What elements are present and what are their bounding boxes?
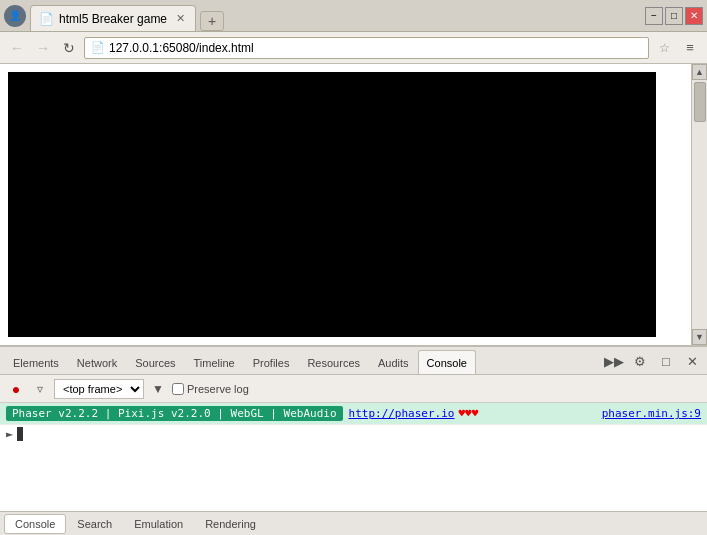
console-entry-phaser: Phaser v2.2.2 | Pixi.js v2.2.0 | WebGL |… (0, 403, 707, 425)
back-button[interactable]: ← (6, 37, 28, 59)
devtools-tab-timeline[interactable]: Timeline (185, 350, 244, 374)
clear-icon: ● (12, 381, 20, 397)
devtools-tab-timeline-label: Timeline (194, 357, 235, 369)
close-devtools-button[interactable]: ✕ (681, 350, 703, 372)
frame-selector[interactable]: <top frame> (54, 379, 144, 399)
bottom-tab-emulation[interactable]: Emulation (123, 514, 194, 534)
devtools-tab-elements[interactable]: Elements (4, 350, 68, 374)
phaser-badge: Phaser v2.2.2 | Pixi.js v2.2.0 | WebGL |… (6, 406, 343, 421)
clear-console-button[interactable]: ● (6, 379, 26, 399)
forward-button[interactable]: → (32, 37, 54, 59)
bottom-tab-console-label: Console (15, 518, 55, 530)
address-input[interactable]: 📄 127.0.0.1:65080/index.html (84, 37, 649, 59)
devtools-tab-network-label: Network (77, 357, 117, 369)
devtools-tab-console-label: Console (427, 357, 467, 369)
game-canvas (8, 72, 656, 337)
prompt-arrow-icon: ► (6, 427, 13, 441)
viewport-wrapper: ▲ ▼ (0, 64, 707, 345)
dropdown-arrow-icon: ▼ (152, 382, 164, 396)
bookmark-icon: ☆ (659, 41, 670, 55)
phaser-hearts: ♥♥♥ (458, 407, 478, 420)
preserve-log-checkbox[interactable] (172, 383, 184, 395)
menu-icon: ≡ (686, 40, 694, 55)
console-cursor (17, 427, 23, 441)
tab-title: html5 Breaker game (59, 12, 167, 26)
tab-favicon: 📄 (39, 12, 53, 26)
devtools-tab-audits-label: Audits (378, 357, 409, 369)
menu-button[interactable]: ≡ (679, 37, 701, 59)
window-controls: − □ ✕ (645, 7, 703, 25)
profile-button[interactable]: 👤 (4, 5, 26, 27)
devtools-tab-resources-label: Resources (307, 357, 360, 369)
scroll-down-arrow[interactable]: ▼ (692, 329, 707, 345)
bottom-tab-console[interactable]: Console (4, 514, 66, 534)
dock-button[interactable]: □ (655, 350, 677, 372)
devtools-tabs: Elements Network Sources Timeline Profil… (0, 347, 707, 375)
devtools-tab-profiles-label: Profiles (253, 357, 290, 369)
bottom-tab-rendering-label: Rendering (205, 518, 256, 530)
viewport (0, 64, 691, 345)
title-bar: 👤 📄 html5 Breaker game ✕ + − □ ✕ (0, 0, 707, 32)
devtools-tab-console[interactable]: Console (418, 350, 476, 374)
profile-icon: 👤 (9, 10, 21, 21)
devtools-tab-sources-label: Sources (135, 357, 175, 369)
url-text: 127.0.0.1:65080/index.html (109, 41, 254, 55)
browser-tab-active[interactable]: 📄 html5 Breaker game ✕ (30, 5, 196, 31)
devtools-toolbar: ● ▿ <top frame> ▼ Preserve log (0, 375, 707, 403)
devtools-tool-buttons: ▶▶ ⚙ □ ✕ (603, 350, 703, 374)
bottom-tab-emulation-label: Emulation (134, 518, 183, 530)
maximize-button[interactable]: □ (665, 7, 683, 25)
devtools-tab-profiles[interactable]: Profiles (244, 350, 299, 374)
settings-button[interactable]: ⚙ (629, 350, 651, 372)
scroll-up-arrow[interactable]: ▲ (692, 64, 707, 80)
execute-script-button[interactable]: ▶▶ (603, 350, 625, 372)
filter-icon: ▿ (37, 382, 43, 396)
console-prompt-row: ► (0, 425, 707, 443)
bottom-tab-search-label: Search (77, 518, 112, 530)
bottom-tab-search[interactable]: Search (66, 514, 123, 534)
devtools-tab-audits[interactable]: Audits (369, 350, 418, 374)
scroll-thumb[interactable] (694, 82, 706, 122)
reload-button[interactable]: ↻ (58, 37, 80, 59)
page-icon: 📄 (91, 41, 105, 54)
devtools-panel: Elements Network Sources Timeline Profil… (0, 345, 707, 535)
dropdown-arrow-button[interactable]: ▼ (148, 379, 168, 399)
browser-window: 👤 📄 html5 Breaker game ✕ + − □ ✕ ← → ↻ (0, 0, 707, 535)
bottom-tab-bar: Console Search Emulation Rendering (0, 511, 707, 535)
new-tab-button[interactable]: + (200, 11, 224, 31)
preserve-log-label: Preserve log (187, 383, 249, 395)
filter-button[interactable]: ▿ (30, 379, 50, 399)
devtools-tab-resources[interactable]: Resources (298, 350, 369, 374)
devtools-tab-network[interactable]: Network (68, 350, 126, 374)
devtools-tab-elements-label: Elements (13, 357, 59, 369)
preserve-log-container: Preserve log (172, 383, 249, 395)
bookmark-button[interactable]: ☆ (653, 37, 675, 59)
console-content: Phaser v2.2.2 | Pixi.js v2.2.0 | WebGL |… (0, 403, 707, 511)
phaser-link[interactable]: http://phaser.io (349, 407, 455, 420)
address-bar: ← → ↻ 📄 127.0.0.1:65080/index.html ☆ ≡ (0, 32, 707, 64)
tab-bar: 📄 html5 Breaker game ✕ + (30, 0, 637, 31)
bottom-tab-rendering[interactable]: Rendering (194, 514, 267, 534)
close-button[interactable]: ✕ (685, 7, 703, 25)
tab-close-button[interactable]: ✕ (173, 12, 187, 26)
devtools-tab-sources[interactable]: Sources (126, 350, 184, 374)
phaser-file-link[interactable]: phaser.min.js:9 (602, 407, 701, 420)
minimize-button[interactable]: − (645, 7, 663, 25)
scrollbar-vertical[interactable]: ▲ ▼ (691, 64, 707, 345)
